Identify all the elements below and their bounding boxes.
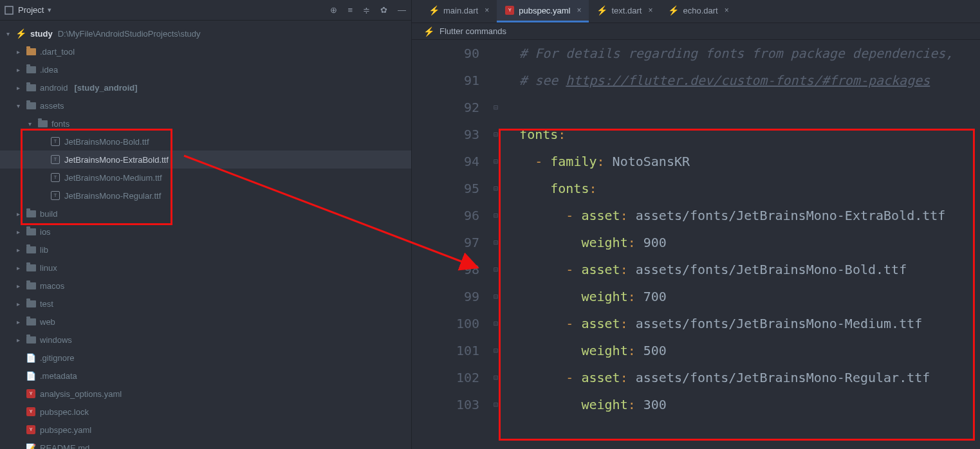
tree-item-label: assets <box>40 101 64 111</box>
dart-file-icon: ⚡ <box>429 5 439 15</box>
tree-dart-tool[interactable]: .dart_tool <box>0 42 411 60</box>
yaml-file-icon: Y <box>26 407 36 417</box>
flutter-commands-bar[interactable]: ⚡ Flutter commands <box>412 23 980 40</box>
ttf-file-icon: T <box>50 136 60 147</box>
fold-gutter[interactable]: ⊟⊟⊟⊟⊟⊟⊟⊟⊟⊟⊟⊟ <box>492 40 504 449</box>
tree-gitignore[interactable]: 📄 .gitignore <box>0 349 411 367</box>
project-dropdown[interactable]: Project <box>18 5 44 15</box>
tree-item-label: JetBrainsMono-ExtraBold.ttf <box>64 155 169 165</box>
root-path: D:\MyFile\AndroidStudioProjects\study <box>58 29 201 39</box>
module-label: [study_android] <box>74 83 137 93</box>
tab-label: main.dart <box>443 6 478 15</box>
tree-item-label: pubspec.lock <box>40 407 89 417</box>
close-icon[interactable]: × <box>577 6 581 15</box>
project-toolbar: Project ▾ ⊕ ≡ ≑ ✿ — <box>0 0 411 21</box>
file-icon: 📄 <box>26 353 36 363</box>
folder-icon <box>26 210 36 217</box>
collapse-all-icon[interactable]: ≑ <box>363 5 370 15</box>
tree-idea[interactable]: .idea <box>0 60 411 78</box>
tab-main-dart[interactable]: ⚡ main.dart × <box>421 0 497 23</box>
tree-item-label: fonts <box>51 119 69 129</box>
tree-item-label: windows <box>40 335 72 345</box>
tree-item-label: linux <box>40 263 57 273</box>
file-icon: 📄 <box>26 371 36 381</box>
tree-item-label: build <box>40 209 57 219</box>
tree-item-label: JetBrainsMono-Bold.ttf <box>64 137 149 147</box>
tree-font-file[interactable]: T JetBrainsMono-Regular.ttf <box>0 187 411 205</box>
close-icon[interactable]: × <box>485 6 489 15</box>
project-view-icon[interactable] <box>4 5 14 15</box>
tree-item-label: JetBrainsMono-Regular.ttf <box>64 191 161 201</box>
tree-item-label: macos <box>40 281 64 291</box>
editor-tabs: ⚡ main.dart × Y pubspec.yaml × ⚡ text.da… <box>412 0 980 23</box>
folder-icon <box>26 336 36 344</box>
tree-build[interactable]: build <box>0 205 411 223</box>
yaml-file-icon: Y <box>504 5 515 15</box>
svg-rect-0 <box>5 6 13 14</box>
folder-icon <box>38 120 48 127</box>
tree-item-label: README.md <box>40 443 89 450</box>
tree-metadata[interactable]: 📄 .metadata <box>0 367 411 385</box>
expand-all-icon[interactable]: ≡ <box>347 5 353 15</box>
ttf-file-icon: T <box>50 154 60 165</box>
tree-macos[interactable]: macos <box>0 277 411 295</box>
folder-icon <box>26 300 36 307</box>
tree-item-label: web <box>40 317 55 327</box>
tab-label: pubspec.yaml <box>519 6 570 15</box>
tree-ios[interactable]: ios <box>0 223 411 241</box>
close-icon[interactable]: × <box>648 6 652 15</box>
dart-file-icon: ⚡ <box>668 5 679 15</box>
tree-font-file[interactable]: T JetBrainsMono-Medium.ttf <box>0 169 411 187</box>
tree-lib[interactable]: lib <box>0 241 411 259</box>
tree-linux[interactable]: linux <box>0 259 411 277</box>
tab-pubspec-yaml[interactable]: Y pubspec.yaml × <box>497 0 589 23</box>
tree-item-label: JetBrainsMono-Medium.ttf <box>64 173 162 183</box>
flutter-commands-label: Flutter commands <box>439 26 506 36</box>
tree-assets[interactable]: assets <box>0 96 411 115</box>
markdown-file-icon: 📝 <box>26 443 36 449</box>
code-area[interactable]: # For details regarding fonts from packa… <box>504 40 980 449</box>
tree-readme[interactable]: 📝 README.md <box>0 439 411 449</box>
tree-item-label: .dart_tool <box>40 47 75 57</box>
tree-item-label: .idea <box>40 65 58 75</box>
ttf-file-icon: T <box>50 190 60 201</box>
code-editor[interactable]: 90919293949596979899100101102103 ⊟⊟⊟⊟⊟⊟⊟… <box>412 40 980 449</box>
tree-test[interactable]: test <box>0 295 411 313</box>
tree-item-label: test <box>40 299 53 309</box>
tree-item-label: .metadata <box>40 371 77 381</box>
folder-icon <box>26 264 36 271</box>
tree-windows[interactable]: windows <box>0 331 411 349</box>
tree-android[interactable]: android [study_android] <box>0 78 411 96</box>
project-tree[interactable]: ⚡ study D:\MyFile\AndroidStudioProjects\… <box>0 21 411 449</box>
tree-web[interactable]: web <box>0 313 411 331</box>
tree-font-file[interactable]: T JetBrainsMono-Bold.ttf <box>0 133 411 151</box>
tree-font-file-selected[interactable]: T JetBrainsMono-ExtraBold.ttf <box>0 151 411 169</box>
folder-icon <box>26 48 36 55</box>
tab-echo-dart[interactable]: ⚡ echo.dart × <box>660 0 736 23</box>
folder-icon <box>26 246 36 253</box>
flutter-icon: ⚡ <box>423 26 434 37</box>
tree-pubspec-yaml[interactable]: Y pubspec.yaml <box>0 421 411 439</box>
tree-fonts[interactable]: fonts <box>0 115 411 133</box>
locate-icon[interactable]: ⊕ <box>330 5 337 15</box>
tree-root[interactable]: ⚡ study D:\MyFile\AndroidStudioProjects\… <box>0 24 411 42</box>
yaml-file-icon: Y <box>26 389 36 399</box>
tree-item-label: .gitignore <box>40 353 74 363</box>
tree-item-label: ios <box>40 227 51 237</box>
line-number-gutter: 90919293949596979899100101102103 <box>412 40 492 449</box>
tree-item-label: analysis_options.yaml <box>40 389 122 399</box>
tree-pubspec-lock[interactable]: Y pubspec.lock <box>0 403 411 421</box>
tree-item-label: lib <box>40 245 48 255</box>
folder-icon <box>26 318 36 325</box>
folder-icon <box>26 84 36 91</box>
tree-item-label: android <box>40 83 68 93</box>
folder-icon <box>26 228 36 235</box>
dart-file-icon: ⚡ <box>596 5 607 15</box>
tab-label: echo.dart <box>683 6 717 15</box>
close-icon[interactable]: × <box>725 6 729 15</box>
hide-panel-icon[interactable]: — <box>398 5 406 15</box>
tree-analysis-options[interactable]: Y analysis_options.yaml <box>0 385 411 403</box>
chevron-down-icon[interactable]: ▾ <box>48 6 51 14</box>
settings-icon[interactable]: ✿ <box>380 5 387 15</box>
tab-text-dart[interactable]: ⚡ text.dart × <box>589 0 660 23</box>
